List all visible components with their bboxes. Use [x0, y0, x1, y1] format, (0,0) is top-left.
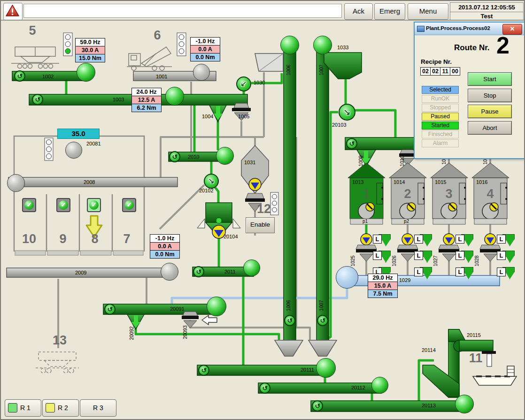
hz-value: -1.0 Hz [190, 37, 220, 46]
amp-value: 12.5 A [131, 96, 162, 104]
conveyor-20091[interactable] [103, 304, 216, 314]
recipe-number-fields: 02 02 11 00 [420, 67, 460, 76]
motor-1001[interactable] [193, 64, 210, 81]
start-button[interactable]: Start [468, 72, 512, 86]
label-p1: p1 [363, 219, 368, 224]
torque-value: 15.0 Nm [75, 54, 105, 62]
torque-value: 7.5 Nm [368, 290, 398, 298]
recipe-digit-3[interactable]: 11 [440, 67, 450, 76]
motor-1002[interactable] [77, 63, 95, 82]
torque-value: 6.2 Nm [131, 104, 162, 112]
check-icon: ✓ [124, 200, 134, 210]
route-2-label: R 2 [58, 404, 68, 412]
setpoint-display[interactable]: 35.0 [57, 129, 100, 139]
compartment-7-check[interactable]: ✓ [122, 198, 136, 212]
route-3-label: R 3 [80, 404, 116, 412]
motor-20081[interactable] [65, 142, 82, 159]
route-1-color-swatch [8, 403, 17, 412]
valve-arrow-icon: ↘ [343, 107, 350, 117]
hopper-1033[interactable] [324, 53, 362, 79]
label-20091: 20091 [170, 306, 185, 312]
valve-silo4-outlet [485, 234, 496, 245]
route-1-button[interactable]: R 1 [5, 399, 41, 417]
label-1028: 1028 [474, 252, 479, 270]
label-1003: 1003 [113, 97, 124, 102]
readout-2009: -1.0 Hz 0.0 A 0.0 Nm [150, 235, 180, 259]
divert-arrow-icon [202, 315, 217, 325]
valve-arrow-icon: ↘ [208, 177, 214, 185]
window-icon [417, 26, 425, 32]
label-1025: 1025 [350, 252, 355, 270]
motor-20111[interactable] [316, 358, 336, 378]
motor-2008[interactable] [7, 174, 25, 192]
recipe-number-label: Recipe Nr. [421, 58, 452, 65]
datetime-user-box: 2013.07.12 12:05:55 Test [450, 2, 524, 20]
amp-value: 15.0 A [368, 282, 398, 290]
label-20113: 20113 [422, 403, 436, 408]
valve-1030[interactable]: ↙ [236, 76, 251, 92]
status-runok: RunOK [422, 95, 459, 103]
motor-1003[interactable] [165, 87, 184, 106]
check-icon: ✓ [89, 200, 99, 210]
level-sensor: L [456, 251, 473, 262]
motor-2011[interactable] [243, 260, 260, 276]
enable-button[interactable]: Enable [246, 217, 275, 233]
valve-silo1-outlet [361, 234, 372, 245]
pause-button[interactable]: Pause [468, 105, 512, 118]
rotate-icon-20113: ↺ [312, 400, 323, 412]
recipe-digit-1[interactable]: 02 [420, 67, 431, 76]
rotate-icon-2011: ↺ [193, 266, 204, 277]
label-1001: 1001 [156, 74, 167, 79]
readout-1003: 24.0 Hz 12.5 A 6.2 Nm [131, 88, 162, 112]
label-1007-bottom: 1007 [318, 296, 324, 315]
route-3-button[interactable]: R 3 [80, 399, 116, 417]
compartment-9-check[interactable]: ✓ [56, 198, 70, 212]
status-alarm: Alarm [422, 139, 459, 147]
area-6-label: 6 [150, 28, 164, 43]
motor-20091[interactable] [207, 297, 226, 316]
warning-triangle-icon [4, 3, 21, 19]
emerg-button[interactable]: Emerg [374, 3, 405, 20]
alarm-message-field[interactable] [23, 4, 342, 18]
motor-1007[interactable] [313, 36, 332, 54]
route-number-label: Route Nr. [454, 43, 490, 53]
ack-button[interactable]: Ack [344, 3, 373, 20]
valve-silo2-outlet [402, 234, 413, 245]
label-1009: 1009 [358, 152, 363, 170]
motor-2009[interactable] [161, 263, 178, 281]
label-1033: 1033 [337, 45, 348, 50]
hz-value: 59.0 Hz [75, 38, 105, 46]
dialog-title: Plant.Process.Process02 [426, 25, 490, 31]
motor-2010[interactable] [216, 147, 234, 165]
label-20102: 20102 [199, 188, 214, 193]
motor-20113[interactable] [455, 395, 474, 413]
abort-button[interactable]: Abort [468, 121, 512, 135]
rotate-icon-1003: ↺ [32, 94, 43, 105]
level-sensor: L [456, 267, 473, 278]
label-1015: 1015 [435, 179, 446, 185]
stop-button[interactable]: Stop [468, 89, 512, 102]
conveyor-2009[interactable] [7, 268, 169, 277]
check-icon: ✓ [24, 200, 34, 210]
recipe-digit-2[interactable]: 02 [430, 67, 440, 76]
valve-20102[interactable]: ↘ [204, 174, 219, 189]
conveyor-20113[interactable] [311, 401, 459, 412]
motor-20112[interactable] [371, 377, 388, 394]
level-sensor: L [456, 234, 473, 245]
compartment-10-check[interactable]: ✓ [22, 198, 36, 212]
status-paused: Paused [422, 113, 459, 121]
rotate-icon-1002: ↺ [14, 70, 25, 82]
menu-button[interactable]: Menu [408, 3, 448, 20]
rotate-icon-1007: ↺ [317, 315, 328, 326]
valve-20103[interactable]: ↘ [339, 104, 355, 121]
compartment-8-check[interactable]: ✓ [87, 198, 101, 212]
recipe-digit-4[interactable]: 00 [450, 67, 460, 76]
label-20104: 20104 [224, 234, 238, 239]
label-20111: 20111 [301, 367, 314, 373]
alarm-ack-button[interactable] [3, 3, 23, 20]
route-2-button[interactable]: R 2 [42, 399, 79, 417]
label-1027: 1027 [432, 252, 438, 270]
motor-1006[interactable] [280, 36, 299, 54]
hz-value: 24.0 Hz [131, 88, 162, 96]
level-sensor: L [373, 251, 391, 262]
